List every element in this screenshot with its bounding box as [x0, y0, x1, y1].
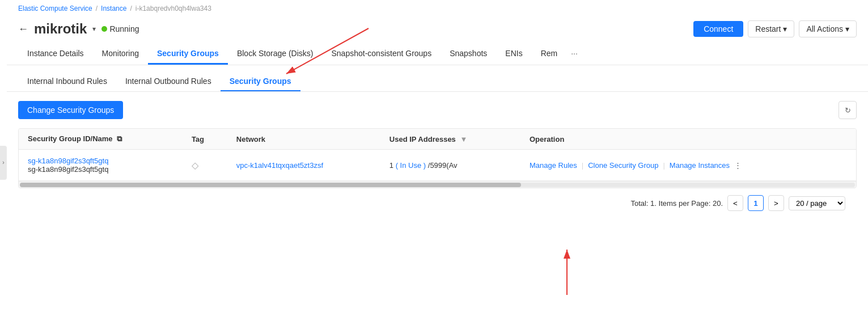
op-separator-2: | — [663, 161, 664, 170]
col-operation: Operation — [520, 129, 856, 150]
tab-block-storage[interactable]: Block Storage (Disks) — [228, 43, 323, 65]
tab-rem[interactable]: Rem — [532, 43, 567, 65]
in-use-close: ) — [424, 161, 426, 170]
breadcrumb-ecs[interactable]: Elastic Compute Service — [18, 5, 92, 12]
clone-security-group-link[interactable]: Clone Security Group — [588, 161, 658, 170]
col-sg-id-name: Security Group ID/Name ⧉ — [19, 129, 183, 150]
change-security-groups-button[interactable]: Change Security Groups — [18, 101, 123, 119]
tag-icon: ◇ — [192, 161, 198, 170]
tab-instance-details[interactable]: Instance Details — [18, 43, 93, 65]
secondary-tabs: Internal Inbound Rules Internal Outbound… — [7, 65, 868, 92]
operation-more-icon[interactable]: ⋮ — [734, 161, 742, 170]
horizontal-scrollbar[interactable] — [19, 181, 856, 188]
breadcrumb-sep2: / — [130, 5, 132, 12]
breadcrumb-instance[interactable]: Instance — [101, 5, 126, 12]
restart-button[interactable]: Restart ▾ — [748, 20, 794, 37]
manage-rules-link[interactable]: Manage Rules — [530, 161, 577, 170]
current-page-button[interactable]: 1 — [748, 195, 764, 211]
connect-button[interactable]: Connect — [693, 21, 743, 37]
left-panel-toggle[interactable]: › — [0, 146, 7, 180]
sg-id-link[interactable]: sg-k1a8n98gif2s3qft5gtq — [28, 157, 108, 165]
breadcrumb: Elastic Compute Service / Instance / i-k… — [7, 0, 868, 17]
in-use-text: In Use — [400, 161, 422, 170]
col-network: Network — [227, 129, 380, 150]
scrollbar-thumb — [20, 183, 521, 187]
filter-icon[interactable]: ▼ — [460, 135, 467, 143]
all-actions-dropdown-icon: ▾ — [845, 24, 849, 33]
subtab-security-groups[interactable]: Security Groups — [221, 72, 300, 91]
instance-name: mikrotik — [34, 21, 87, 37]
back-button[interactable]: ← — [18, 23, 28, 35]
next-page-button[interactable]: > — [768, 195, 784, 211]
scrollbar-track — [20, 183, 855, 187]
tab-security-groups[interactable]: Security Groups — [148, 43, 228, 65]
op-separator-1: | — [582, 161, 583, 170]
network-link[interactable]: vpc-k1alv41tqxqaet5zt3zsf — [236, 161, 323, 170]
table-row: sg-k1a8n98gif2s3qft5gtq sg-k1a8n98gif2s3… — [19, 150, 856, 181]
sg-name: sg-k1a8n98gif2s3qft5gtq — [28, 165, 108, 174]
tab-snapshot-groups[interactable]: Snapshot-consistent Groups — [323, 43, 441, 65]
subtab-outbound[interactable]: Internal Outbound Rules — [116, 72, 221, 91]
breadcrumb-instance-id: i-k1abqredvh0qh4lwa343 — [136, 5, 211, 12]
pagination-total: Total: 1. Items per Page: 20. — [630, 199, 723, 208]
breadcrumb-sep1: / — [96, 5, 98, 12]
security-groups-table: Security Group ID/Name ⧉ Tag Network Use… — [18, 128, 857, 188]
page-header: ← mikrotik ▾ Running Connect Restart ▾ A… — [7, 17, 868, 43]
status-label: Running — [109, 24, 139, 33]
per-page-select[interactable]: 20 / page 50 / page 100 / page — [789, 196, 845, 210]
pagination-bar: Total: 1. Items per Page: 20. < 1 > 20 /… — [18, 188, 857, 218]
restart-dropdown-icon: ▾ — [783, 24, 787, 33]
cell-used-ip: 1 ( In Use ) /5999(Av — [380, 150, 520, 181]
tabs-more-icon[interactable]: ··· — [566, 43, 582, 65]
tab-enis[interactable]: ENIs — [496, 43, 531, 65]
tab-monitoring[interactable]: Monitoring — [93, 43, 148, 65]
cell-operation: Manage Rules | Clone Security Group | Ma… — [520, 150, 856, 181]
status-indicator — [101, 26, 107, 32]
col-tag: Tag — [183, 129, 227, 150]
cell-network: vpc-k1alv41tqxqaet5zt3zsf — [227, 150, 380, 181]
main-content: Change Security Groups ↻ Security Group … — [7, 92, 868, 227]
in-use-label: ( — [396, 161, 398, 170]
instance-dropdown-icon[interactable]: ▾ — [92, 25, 96, 33]
prev-page-button[interactable]: < — [727, 195, 743, 211]
tab-snapshots[interactable]: Snapshots — [441, 43, 496, 65]
subtab-inbound[interactable]: Internal Inbound Rules — [18, 72, 116, 91]
refresh-button[interactable]: ↻ — [839, 101, 857, 119]
col-used-ip: Used IP Addresses ▼ — [380, 129, 520, 150]
copy-icon[interactable]: ⧉ — [117, 134, 122, 143]
action-bar: Change Security Groups ↻ — [18, 101, 857, 119]
cell-tag: ◇ — [183, 150, 227, 181]
table-header-row: Security Group ID/Name ⧉ Tag Network Use… — [19, 129, 856, 150]
primary-tabs: Instance Details Monitoring Security Gro… — [7, 43, 868, 65]
used-ip-count: 1 — [389, 161, 393, 170]
manage-instances-link[interactable]: Manage Instances — [670, 161, 730, 170]
ip-avail: /5999(Av — [428, 161, 458, 170]
cell-sg-id: sg-k1a8n98gif2s3qft5gtq sg-k1a8n98gif2s3… — [19, 150, 183, 181]
all-actions-button[interactable]: All Actions ▾ — [799, 20, 857, 37]
